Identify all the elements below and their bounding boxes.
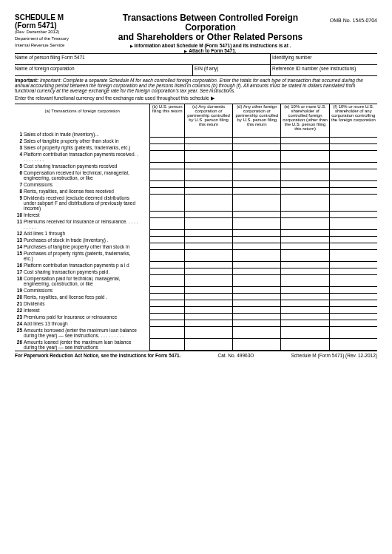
- amount-cell[interactable]: [184, 151, 232, 163]
- amount-cell[interactable]: [281, 218, 329, 230]
- amount-cell[interactable]: [281, 230, 329, 237]
- amount-cell[interactable]: [184, 230, 232, 237]
- amount-cell[interactable]: [233, 327, 281, 339]
- amount-cell[interactable]: [281, 131, 329, 138]
- amount-cell[interactable]: [150, 307, 185, 314]
- amount-cell[interactable]: [184, 300, 232, 307]
- amount-cell[interactable]: [150, 287, 185, 294]
- amount-cell[interactable]: [329, 300, 377, 307]
- amount-cell[interactable]: [233, 294, 281, 300]
- amount-cell[interactable]: [281, 195, 329, 212]
- amount-cell[interactable]: [184, 181, 232, 188]
- amount-cell[interactable]: [329, 230, 377, 237]
- amount-cell[interactable]: [233, 131, 281, 138]
- amount-cell[interactable]: [233, 181, 281, 188]
- amount-cell[interactable]: [329, 339, 377, 351]
- amount-cell[interactable]: [281, 262, 329, 268]
- amount-cell[interactable]: [281, 188, 329, 195]
- amount-cell[interactable]: [150, 300, 185, 307]
- amount-cell[interactable]: [150, 138, 185, 144]
- amount-cell[interactable]: [233, 307, 281, 314]
- amount-cell[interactable]: [150, 163, 185, 169]
- amount-cell[interactable]: [184, 218, 232, 230]
- amount-cell[interactable]: [150, 144, 185, 151]
- amount-cell[interactable]: [150, 294, 185, 300]
- amount-cell[interactable]: [184, 314, 232, 320]
- amount-cell[interactable]: [329, 327, 377, 339]
- amount-cell[interactable]: [233, 237, 281, 243]
- amount-cell[interactable]: [150, 212, 185, 218]
- amount-cell[interactable]: [184, 250, 232, 262]
- amount-cell[interactable]: [329, 195, 377, 212]
- amount-cell[interactable]: [329, 287, 377, 294]
- amount-cell[interactable]: [233, 195, 281, 212]
- amount-cell[interactable]: [184, 163, 232, 169]
- amount-cell[interactable]: [281, 163, 329, 169]
- amount-cell[interactable]: [233, 250, 281, 262]
- amount-cell[interactable]: [281, 243, 329, 250]
- amount-cell[interactable]: [184, 243, 232, 250]
- amount-cell[interactable]: [233, 188, 281, 195]
- amount-cell[interactable]: [184, 268, 232, 275]
- amount-cell[interactable]: [329, 138, 377, 144]
- amount-cell[interactable]: [233, 144, 281, 151]
- amount-cell[interactable]: [184, 275, 232, 287]
- amount-cell[interactable]: [329, 294, 377, 300]
- amount-cell[interactable]: [150, 169, 185, 181]
- amount-cell[interactable]: [329, 169, 377, 181]
- amount-cell[interactable]: [184, 144, 232, 151]
- amount-cell[interactable]: [329, 250, 377, 262]
- amount-cell[interactable]: [329, 181, 377, 188]
- amount-cell[interactable]: [281, 181, 329, 188]
- amount-cell[interactable]: [281, 237, 329, 243]
- amount-cell[interactable]: [281, 314, 329, 320]
- amount-cell[interactable]: [329, 151, 377, 163]
- amount-cell[interactable]: [233, 151, 281, 163]
- amount-cell[interactable]: [281, 268, 329, 275]
- amount-cell[interactable]: [329, 243, 377, 250]
- amount-cell[interactable]: [329, 275, 377, 287]
- amount-cell[interactable]: [150, 131, 185, 138]
- amount-cell[interactable]: [281, 169, 329, 181]
- amount-cell[interactable]: [184, 195, 232, 212]
- amount-cell[interactable]: [281, 275, 329, 287]
- amount-cell[interactable]: [150, 327, 185, 339]
- amount-cell[interactable]: [233, 243, 281, 250]
- amount-cell[interactable]: [329, 268, 377, 275]
- amount-cell[interactable]: [281, 151, 329, 163]
- amount-cell[interactable]: [233, 218, 281, 230]
- amount-cell[interactable]: [150, 237, 185, 243]
- amount-cell[interactable]: [329, 212, 377, 218]
- amount-cell[interactable]: [329, 320, 377, 327]
- amount-cell[interactable]: [233, 230, 281, 237]
- amount-cell[interactable]: [233, 275, 281, 287]
- amount-cell[interactable]: [233, 163, 281, 169]
- amount-cell[interactable]: [150, 230, 185, 237]
- amount-cell[interactable]: [150, 314, 185, 320]
- amount-cell[interactable]: [329, 237, 377, 243]
- amount-cell[interactable]: [184, 169, 232, 181]
- amount-cell[interactable]: [184, 212, 232, 218]
- amount-cell[interactable]: [150, 188, 185, 195]
- amount-cell[interactable]: [150, 275, 185, 287]
- amount-cell[interactable]: [281, 327, 329, 339]
- amount-cell[interactable]: [281, 339, 329, 351]
- amount-cell[interactable]: [233, 287, 281, 294]
- amount-cell[interactable]: [150, 151, 185, 163]
- amount-cell[interactable]: [184, 287, 232, 294]
- amount-cell[interactable]: [329, 163, 377, 169]
- amount-cell[interactable]: [329, 144, 377, 151]
- amount-cell[interactable]: [233, 138, 281, 144]
- amount-cell[interactable]: [329, 314, 377, 320]
- amount-cell[interactable]: [150, 262, 185, 268]
- amount-cell[interactable]: [184, 294, 232, 300]
- amount-cell[interactable]: [233, 268, 281, 275]
- amount-cell[interactable]: [233, 212, 281, 218]
- amount-cell[interactable]: [150, 195, 185, 212]
- amount-cell[interactable]: [150, 320, 185, 327]
- amount-cell[interactable]: [233, 169, 281, 181]
- amount-cell[interactable]: [150, 181, 185, 188]
- amount-cell[interactable]: [184, 327, 232, 339]
- amount-cell[interactable]: [329, 262, 377, 268]
- amount-cell[interactable]: [150, 250, 185, 262]
